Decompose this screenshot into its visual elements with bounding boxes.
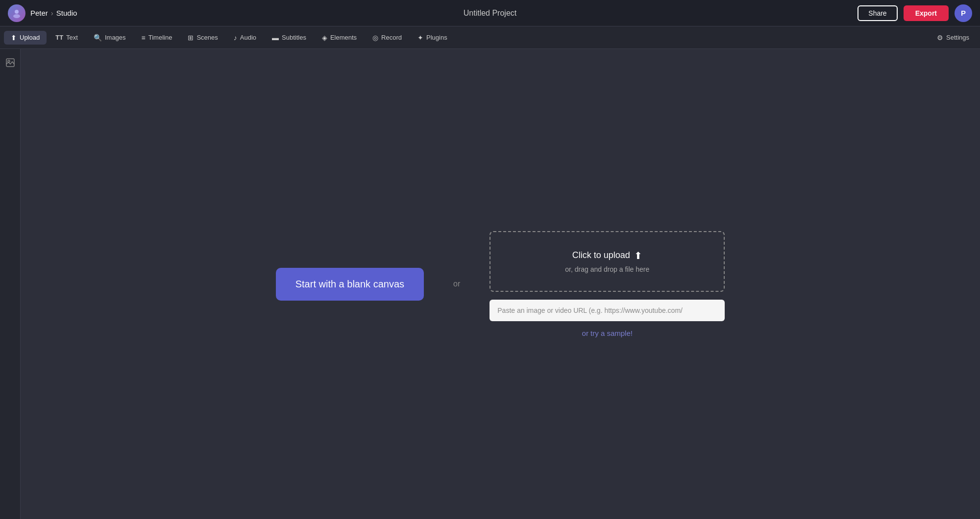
settings-icon: ⚙ — [937, 34, 943, 42]
or-divider: or — [453, 280, 460, 288]
audio-icon: ♪ — [234, 34, 237, 42]
user-avatar — [8, 4, 25, 22]
toolbar-audio-label: Audio — [240, 34, 256, 41]
plugins-icon: ✦ — [417, 34, 423, 42]
toolbar-text-label: Text — [66, 34, 78, 41]
toolbar-timeline-label: Timeline — [148, 34, 172, 41]
canvas-content: Start with a blank canvas or Click to up… — [276, 231, 725, 337]
sidebar — [0, 49, 21, 519]
svg-point-1 — [13, 14, 20, 18]
toolbar-record-label: Record — [381, 34, 402, 41]
toolbar-settings-label: Settings — [946, 34, 969, 41]
upload-icon: ⬆ — [11, 34, 17, 42]
toolbar-scenes-label: Scenes — [196, 34, 218, 41]
project-title[interactable]: Untitled Project — [464, 9, 517, 18]
scenes-icon: ⊞ — [188, 34, 194, 42]
canvas-area: Start with a blank canvas or Click to up… — [21, 49, 980, 519]
header: Peter › Studio Untitled Project Share Ex… — [0, 0, 980, 26]
text-icon: TT — [55, 34, 63, 41]
toolbar: ⬆ Upload TT Text 🔍 Images ≡ Timeline ⊞ S… — [0, 26, 980, 49]
try-sample-link[interactable]: or try a sample! — [490, 329, 725, 337]
svg-point-0 — [15, 10, 19, 14]
record-icon: ◎ — [372, 34, 378, 42]
upload-click-label: Click to upload — [572, 250, 630, 260]
header-right: Share Export P — [858, 4, 972, 22]
toolbar-subtitles[interactable]: ▬ Subtitles — [265, 31, 313, 45]
timeline-icon: ≡ — [142, 34, 146, 42]
subtitles-icon: ▬ — [272, 34, 279, 42]
user-menu-button[interactable]: P — [955, 4, 972, 22]
breadcrumb: Peter › Studio — [30, 9, 77, 17]
toolbar-subtitles-label: Subtitles — [282, 34, 306, 41]
upload-dropzone[interactable]: Click to upload ⬆ or, drag and drop a fi… — [490, 231, 725, 292]
toolbar-audio[interactable]: ♪ Audio — [227, 31, 263, 45]
main-layout: Start with a blank canvas or Click to up… — [0, 49, 980, 519]
user-name[interactable]: Peter — [30, 9, 48, 17]
elements-icon: ◈ — [322, 34, 327, 42]
toolbar-scenes[interactable]: ⊞ Scenes — [181, 31, 224, 45]
upload-section: Click to upload ⬆ or, drag and drop a fi… — [490, 231, 725, 337]
upload-drag-text: or, drag and drop a file here — [565, 265, 649, 273]
toolbar-images[interactable]: 🔍 Images — [87, 31, 133, 45]
export-button[interactable]: Export — [904, 5, 949, 21]
header-left: Peter › Studio — [8, 4, 77, 22]
toolbar-upload-label: Upload — [20, 34, 40, 41]
images-icon: 🔍 — [94, 34, 102, 42]
toolbar-text[interactable]: TT Text — [49, 31, 85, 44]
blank-canvas-button[interactable]: Start with a blank canvas — [276, 268, 424, 301]
toolbar-record[interactable]: ◎ Record — [366, 31, 409, 45]
toolbar-plugins[interactable]: ✦ Plugins — [411, 31, 454, 45]
toolbar-settings[interactable]: ⚙ Settings — [930, 31, 976, 45]
sidebar-image-icon[interactable] — [2, 55, 18, 71]
toolbar-upload[interactable]: ⬆ Upload — [4, 31, 47, 45]
app-name[interactable]: Studio — [56, 9, 77, 17]
share-button[interactable]: Share — [858, 5, 897, 21]
upload-arrow-icon: ⬆ — [634, 250, 642, 261]
upload-click-text: Click to upload ⬆ — [572, 250, 642, 261]
toolbar-images-label: Images — [105, 34, 126, 41]
breadcrumb-separator: › — [51, 9, 53, 17]
toolbar-timeline[interactable]: ≡ Timeline — [135, 31, 179, 45]
url-input[interactable] — [490, 300, 725, 321]
toolbar-plugins-label: Plugins — [426, 34, 447, 41]
toolbar-elements-label: Elements — [330, 34, 357, 41]
toolbar-elements[interactable]: ◈ Elements — [315, 31, 364, 45]
